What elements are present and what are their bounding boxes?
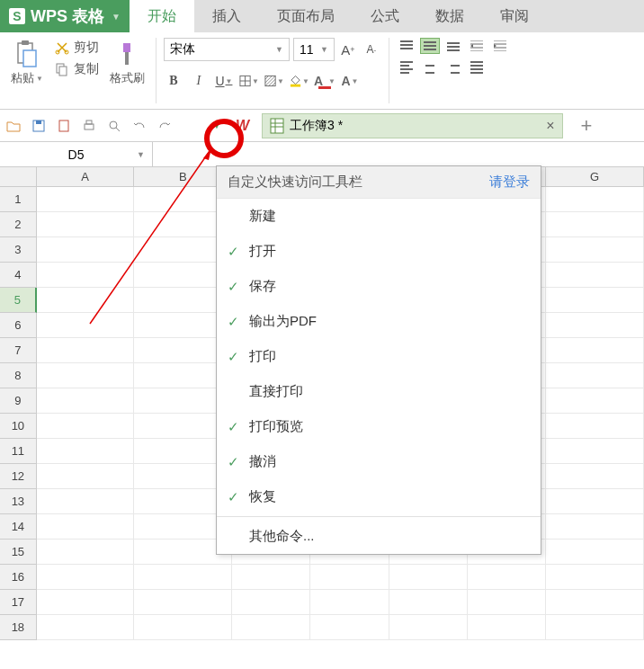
- cut-button[interactable]: 剪切: [50, 38, 103, 58]
- row-header[interactable]: 2: [0, 212, 37, 237]
- indent-decrease-button[interactable]: [467, 38, 487, 54]
- fill-color-button[interactable]: ▼: [290, 72, 309, 90]
- qa-open-icon[interactable]: [5, 118, 22, 134]
- dropdown-other-commands[interactable]: 其他命令...: [217, 519, 541, 554]
- cell[interactable]: [37, 187, 135, 212]
- cell[interactable]: [134, 590, 232, 615]
- dropdown-item[interactable]: ✓撤消: [217, 444, 541, 479]
- cell[interactable]: [546, 590, 644, 615]
- login-link[interactable]: 请登录: [489, 174, 530, 191]
- font-size-select[interactable]: 11 ▼: [293, 38, 335, 61]
- underline-button[interactable]: U▼: [214, 72, 234, 90]
- cell[interactable]: [546, 565, 644, 590]
- tab-review[interactable]: 审阅: [482, 0, 547, 32]
- cell[interactable]: [546, 439, 644, 464]
- align-center-button[interactable]: [420, 59, 440, 76]
- cell[interactable]: [37, 615, 135, 640]
- tab-layout[interactable]: 页面布局: [259, 0, 353, 32]
- dropdown-item[interactable]: ✓打印预览: [217, 409, 541, 444]
- tab-start[interactable]: 开始: [130, 0, 194, 32]
- qa-pdf-icon[interactable]: [56, 118, 72, 134]
- row-header[interactable]: 9: [0, 388, 37, 414]
- dropdown-item[interactable]: ✓恢复: [217, 479, 541, 514]
- decrease-font-button[interactable]: A-: [362, 40, 381, 58]
- row-header[interactable]: 13: [0, 489, 37, 514]
- cell[interactable]: [310, 565, 389, 590]
- dropdown-item[interactable]: 新建: [217, 199, 541, 234]
- indent-increase-button[interactable]: [490, 38, 510, 54]
- cell[interactable]: [232, 590, 310, 615]
- row-header[interactable]: 11: [0, 439, 37, 464]
- cell[interactable]: [546, 615, 644, 640]
- cell[interactable]: [546, 313, 644, 338]
- cell[interactable]: [37, 263, 135, 288]
- row-header[interactable]: 15: [0, 540, 37, 565]
- tab-insert[interactable]: 插入: [194, 0, 259, 32]
- cell[interactable]: [310, 590, 389, 615]
- cell[interactable]: [546, 414, 644, 439]
- align-justify-button[interactable]: [467, 59, 487, 76]
- qa-save-icon[interactable]: [31, 118, 47, 134]
- phonetic-button[interactable]: A▼: [340, 72, 360, 90]
- dropdown-item[interactable]: ✓打印: [217, 339, 541, 374]
- row-header[interactable]: 16: [0, 565, 37, 590]
- cell[interactable]: [546, 187, 644, 212]
- row-header[interactable]: 7: [0, 338, 37, 363]
- cell[interactable]: [546, 514, 644, 540]
- cell[interactable]: [389, 590, 468, 615]
- row-header[interactable]: 10: [0, 414, 37, 439]
- row-header[interactable]: 1: [0, 187, 37, 212]
- copy-button[interactable]: 复制: [50, 59, 103, 79]
- cell[interactable]: [232, 565, 310, 590]
- cell[interactable]: [37, 489, 135, 514]
- cell[interactable]: [37, 565, 135, 590]
- cell[interactable]: [37, 590, 135, 615]
- italic-button[interactable]: I: [189, 72, 209, 90]
- app-badge[interactable]: S WPS 表格 ▼: [0, 0, 130, 32]
- format-painter-button[interactable]: 格式刷: [106, 38, 148, 88]
- border-button[interactable]: ▼: [239, 72, 259, 90]
- cell[interactable]: [37, 338, 135, 363]
- col-header[interactable]: A: [37, 167, 135, 187]
- cell[interactable]: [37, 288, 135, 313]
- bold-button[interactable]: B: [164, 72, 183, 90]
- cell[interactable]: [546, 540, 644, 565]
- font-color-button[interactable]: A▼: [315, 72, 335, 90]
- row-header[interactable]: 18: [0, 615, 37, 640]
- col-header[interactable]: G: [546, 167, 644, 187]
- increase-font-button[interactable]: A+: [338, 40, 358, 58]
- paste-button[interactable]: 粘贴▼: [7, 38, 47, 88]
- cell[interactable]: [37, 514, 135, 540]
- cell[interactable]: [546, 288, 644, 313]
- document-tab[interactable]: 工作簿3 * ×: [262, 113, 562, 138]
- cell[interactable]: [546, 363, 644, 388]
- cell[interactable]: [37, 464, 135, 489]
- dropdown-item[interactable]: ✓打开: [217, 234, 541, 269]
- cell-reference-box[interactable]: D5 ▼: [0, 142, 153, 166]
- cell[interactable]: [37, 212, 135, 237]
- cell[interactable]: [389, 565, 468, 590]
- align-bottom-button[interactable]: [443, 38, 463, 54]
- qa-customize-button[interactable]: ▼: [207, 116, 227, 136]
- select-all-corner[interactable]: [0, 167, 37, 187]
- cell[interactable]: [232, 615, 310, 640]
- qa-undo-icon[interactable]: [131, 118, 148, 134]
- close-tab-button[interactable]: ×: [546, 118, 554, 134]
- cell[interactable]: [546, 263, 644, 288]
- cell[interactable]: [546, 388, 644, 414]
- row-header[interactable]: 6: [0, 313, 37, 338]
- cell[interactable]: [546, 338, 644, 363]
- cell[interactable]: [468, 615, 546, 640]
- align-middle-button[interactable]: [420, 38, 440, 54]
- fill-pattern-button[interactable]: ▼: [264, 72, 284, 90]
- cell[interactable]: [546, 212, 644, 237]
- row-header[interactable]: 3: [0, 237, 37, 263]
- cell[interactable]: [37, 439, 135, 464]
- cell[interactable]: [37, 414, 135, 439]
- dropdown-item[interactable]: ✓保存: [217, 269, 541, 304]
- new-tab-button[interactable]: +: [581, 114, 593, 138]
- dropdown-item[interactable]: 直接打印: [217, 374, 541, 409]
- cell[interactable]: [37, 237, 135, 263]
- row-header[interactable]: 17: [0, 590, 37, 615]
- row-header[interactable]: 8: [0, 363, 37, 388]
